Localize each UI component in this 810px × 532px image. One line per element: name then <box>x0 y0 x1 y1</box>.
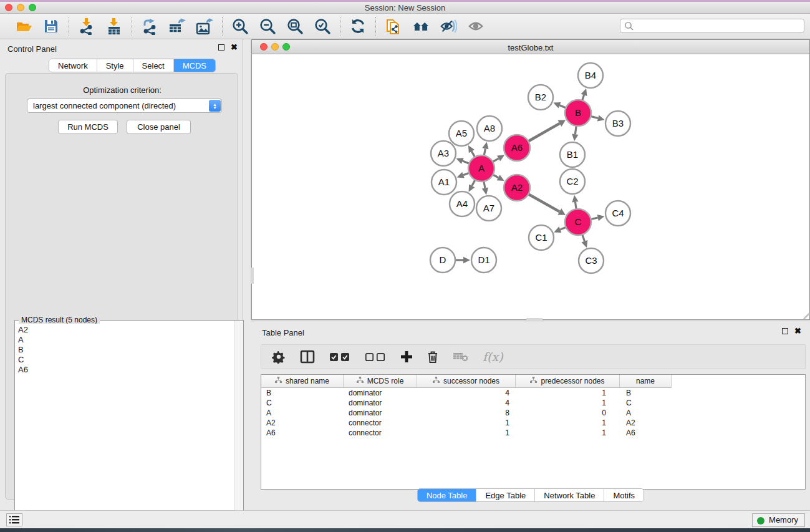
column-header[interactable]: shared name <box>261 375 344 387</box>
export-network-icon[interactable] <box>141 17 158 35</box>
graph-node-d1[interactable]: D1 <box>471 248 496 273</box>
refresh-layout-icon[interactable] <box>349 17 367 35</box>
graph-node-b[interactable]: B <box>565 100 591 126</box>
close-panel-button[interactable]: Close panel <box>127 120 191 134</box>
duplicate-network-icon[interactable] <box>385 17 402 35</box>
table-row[interactable]: A2connector11A2 <box>261 418 805 428</box>
graph-node-b1[interactable]: B1 <box>560 142 585 167</box>
network-canvas[interactable]: A5A8A3AA1A4A7A6A2BB2B4B3B1CC2C4C1C3DD1 <box>253 54 809 319</box>
float-panel-icon[interactable] <box>218 44 224 51</box>
graph-edge[interactable] <box>528 193 560 211</box>
run-mcds-button[interactable]: Run MCDS <box>58 120 118 134</box>
criterion-value: largest connected component (directed) <box>33 101 176 110</box>
result-item[interactable]: A <box>18 335 233 345</box>
graph-node-a4[interactable]: A4 <box>450 191 475 216</box>
table-row[interactable]: Bdominator41B <box>261 388 805 398</box>
tab-style[interactable]: Style <box>97 59 133 72</box>
graph-node-a3[interactable]: A3 <box>431 141 456 166</box>
resize-grip[interactable] <box>801 311 809 319</box>
graph-node-b4[interactable]: B4 <box>578 63 603 88</box>
graph-node-c4[interactable]: C4 <box>605 201 630 226</box>
vertical-scrollbar-stub[interactable] <box>251 268 254 284</box>
column-header[interactable]: predecessor nodes <box>516 375 620 387</box>
hide-selected-icon[interactable] <box>440 17 457 35</box>
split-table-icon[interactable] <box>300 349 315 365</box>
node-label: A <box>478 163 485 173</box>
graph-node-a7[interactable]: A7 <box>476 196 501 221</box>
zoom-selected-icon[interactable] <box>314 17 331 35</box>
graph-node-c[interactable]: C <box>565 209 591 235</box>
result-item[interactable]: A6 <box>18 365 233 375</box>
close-panel-icon[interactable]: ✖ <box>231 44 238 51</box>
result-scrollbar[interactable] <box>234 321 243 531</box>
horizontal-scrollbar-stub[interactable] <box>526 318 542 321</box>
show-all-icon[interactable] <box>467 17 485 35</box>
function-builder-icon[interactable]: f(x) <box>483 350 503 364</box>
graph-node-b2[interactable]: B2 <box>528 85 553 110</box>
result-item[interactable]: B <box>18 345 233 355</box>
graph-node-c2[interactable]: C2 <box>560 169 585 194</box>
tab-motifs[interactable]: Motifs <box>604 489 644 501</box>
graph-node-a8[interactable]: A8 <box>477 116 502 141</box>
result-item[interactable]: C <box>18 355 233 365</box>
import-network-icon[interactable] <box>78 17 95 35</box>
task-history-button[interactable] <box>6 513 22 526</box>
select-all-icon[interactable] <box>329 349 350 365</box>
node-label: B2 <box>535 92 546 102</box>
open-session-icon[interactable] <box>15 17 32 35</box>
graph-node-a5[interactable]: A5 <box>449 121 474 146</box>
graph-node-a1[interactable]: A1 <box>432 170 456 195</box>
table-cell: 1 <box>516 428 620 438</box>
graph-node-a[interactable]: A <box>468 155 494 181</box>
export-image-icon[interactable] <box>196 17 213 35</box>
gear-icon[interactable] <box>272 349 286 365</box>
table-row[interactable]: A6connector11A6 <box>261 428 805 438</box>
zoom-in-icon[interactable] <box>231 17 249 35</box>
add-column-icon[interactable] <box>400 349 413 365</box>
tab-select[interactable]: Select <box>133 59 174 72</box>
memory-button[interactable]: Memory <box>752 513 805 527</box>
delete-icon[interactable] <box>427 349 438 365</box>
first-neighbors-icon[interactable] <box>412 17 430 35</box>
table-cell: A6 <box>620 428 672 438</box>
network-window-titlebar[interactable]: testGlobe.txt <box>252 40 809 54</box>
tab-mcds[interactable]: MCDS <box>174 59 215 72</box>
tab-node-table[interactable]: Node Table <box>418 489 477 501</box>
zoom-out-icon[interactable] <box>259 17 276 35</box>
node-label: C3 <box>585 255 597 266</box>
node-label: A5 <box>456 128 467 138</box>
deselect-all-icon[interactable] <box>365 349 386 365</box>
desktop-background <box>0 528 810 532</box>
graph-node-c3[interactable]: C3 <box>579 248 604 273</box>
close-table-panel-icon[interactable]: ✖ <box>794 328 801 334</box>
graph-node-d[interactable]: D <box>430 248 455 273</box>
graph-edge[interactable] <box>527 123 559 142</box>
node-label: A3 <box>438 148 449 158</box>
graph-node-a6[interactable]: A6 <box>504 135 530 161</box>
mcds-panel: Optimization criterion: largest connecte… <box>5 73 238 500</box>
column-header[interactable]: name <box>620 375 672 387</box>
table-row[interactable]: Adominator80A <box>261 408 805 418</box>
graph-node-a2[interactable]: A2 <box>504 175 530 201</box>
result-item[interactable]: A2 <box>18 325 233 335</box>
export-table-icon[interactable] <box>168 17 186 35</box>
float-table-panel-icon[interactable] <box>782 328 788 334</box>
save-session-icon[interactable] <box>42 17 60 35</box>
tab-network-table[interactable]: Network Table <box>535 489 604 501</box>
table-row[interactable]: Cdominator41C <box>261 398 805 408</box>
criterion-dropdown[interactable]: largest connected component (directed) ▲… <box>27 99 222 113</box>
import-table-icon[interactable] <box>105 17 123 35</box>
delete-table-icon[interactable] <box>453 349 468 365</box>
column-header[interactable]: MCDS role <box>344 375 417 387</box>
tab-network[interactable]: Network <box>49 59 97 72</box>
search-input[interactable] <box>620 19 804 33</box>
zoom-fit-icon[interactable] <box>286 17 304 35</box>
graph-node-b3[interactable]: B3 <box>605 111 630 136</box>
control-panel-title: Control Panel <box>7 44 57 54</box>
column-header[interactable]: successor nodes <box>417 375 516 387</box>
table-cell: B <box>261 388 344 398</box>
table-tabs: Node TableEdge TableNetwork TableMotifs <box>417 488 644 502</box>
tab-edge-table[interactable]: Edge Table <box>476 489 535 501</box>
graph-node-c1[interactable]: C1 <box>529 225 554 250</box>
column-header-label: successor nodes <box>443 377 499 385</box>
